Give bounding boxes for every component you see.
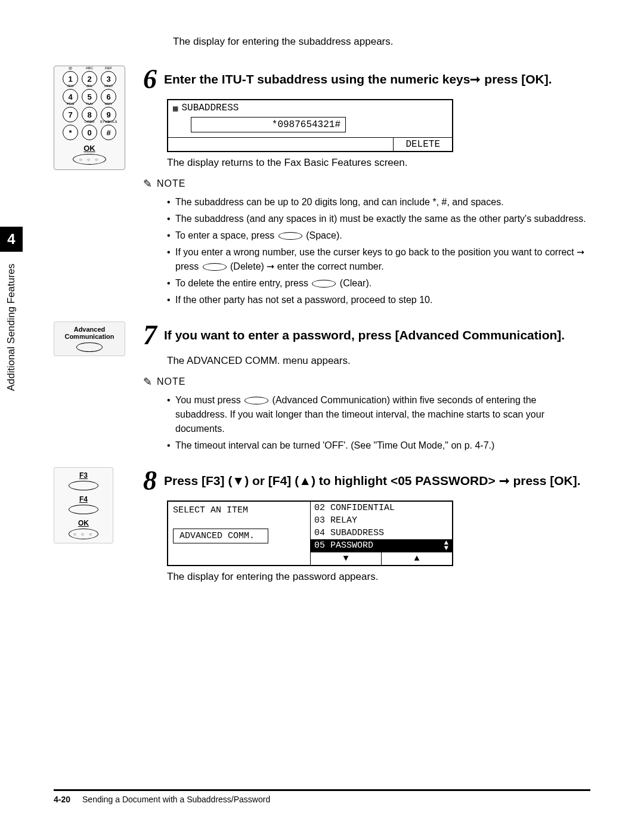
step-7: Advanced Communication 7 If you want to … bbox=[54, 322, 590, 455]
side-label: Additional Sending Features bbox=[5, 264, 17, 391]
note-icon: ✎ bbox=[143, 375, 152, 388]
note-item: If the other party has not set a passwor… bbox=[167, 293, 590, 307]
numeric-keypad-illustration: @1 ABC2 DEF3 GHI4 JKL5 MNO6 PRS7 TUV8 WX… bbox=[54, 66, 125, 170]
step-8: F3 F4 OK ○ ○ ○ 8 Press [F3] (▼) or [F4] … bbox=[54, 467, 590, 590]
menu-item: 02 CONFIDENTIAL bbox=[311, 502, 452, 514]
pill-button-icon bbox=[244, 397, 268, 404]
key-hash: SYMBOLS# bbox=[101, 125, 116, 140]
pill-button-icon bbox=[69, 481, 98, 490]
note-item: The subaddress (and any spaces in it) mu… bbox=[167, 212, 590, 226]
menu-item: 04 SUBADDRESS bbox=[311, 527, 452, 539]
intro-text: The display for entering the subaddress … bbox=[173, 36, 590, 48]
fkey-illustration: F3 F4 OK ○ ○ ○ bbox=[54, 467, 113, 543]
up-arrow-icon: ▲ bbox=[382, 552, 452, 565]
lcd-subaddress-value: *0987654321# bbox=[191, 117, 346, 132]
note-item: The timeout interval can be turned 'OFF'… bbox=[167, 438, 590, 453]
f4-label: F4 bbox=[58, 495, 109, 503]
step-8-after: The display for entering the password ap… bbox=[167, 571, 590, 583]
note-item: If you enter a wrong number, use the cur… bbox=[167, 245, 590, 274]
step-number-8: 8 bbox=[143, 467, 157, 495]
down-arrow-icon: ▼ bbox=[311, 552, 382, 565]
lcd-advanced-comm: SELECT AN ITEM ADVANCED COMM. 02 CONFIDE… bbox=[167, 500, 453, 566]
lcd-advanced-comm-label: ADVANCED COMM. bbox=[173, 529, 268, 543]
step-6-notes: The subaddress can be up to 20 digits lo… bbox=[167, 195, 590, 307]
ok-button-illustration: ○ ○ ○ bbox=[69, 529, 98, 539]
note-label: NOTE bbox=[157, 376, 185, 387]
pill-button-icon bbox=[69, 505, 98, 514]
key-7: PRS7 bbox=[63, 107, 78, 122]
lcd-subaddress: ▦ SUBADDRESS *0987654321# DELETE bbox=[167, 99, 453, 152]
note-item: The subaddress can be up to 20 digits lo… bbox=[167, 195, 590, 209]
key-star: * bbox=[63, 125, 78, 140]
note-item: To delete the entire entry, press (Clear… bbox=[167, 276, 590, 291]
advanced-comm-button-illustration: Advanced Communication bbox=[54, 322, 125, 356]
step-6-title: Enter the ITU-T subaddress using the num… bbox=[164, 66, 552, 88]
key-0: OPER0 bbox=[82, 125, 97, 140]
pill-button-icon bbox=[312, 280, 336, 288]
footer-title: Sending a Document with a Subaddress/Pas… bbox=[82, 795, 270, 804]
page-number: 4-20 bbox=[54, 795, 70, 804]
note-item: You must press (Advanced Communication) … bbox=[167, 393, 590, 436]
side-tab: 4 Additional Sending Features bbox=[0, 227, 23, 391]
subaddress-icon: ▦ bbox=[173, 103, 178, 113]
step-number-6: 6 bbox=[143, 66, 157, 93]
note-label: NOTE bbox=[157, 178, 185, 189]
ok-label: OK bbox=[58, 144, 121, 153]
page-footer: 4-20 Sending a Document with a Subaddres… bbox=[54, 789, 590, 804]
step-8-title: Press [F3] (▼) or [F4] (▲) to highlight … bbox=[164, 467, 581, 489]
menu-item: 03 RELAY bbox=[311, 514, 452, 527]
step-number-7: 7 bbox=[143, 322, 157, 349]
step-6: @1 ABC2 DEF3 GHI4 JKL5 MNO6 PRS7 TUV8 WX… bbox=[54, 66, 590, 310]
lcd-select-item-label: SELECT AN ITEM bbox=[173, 505, 305, 515]
menu-item-selected: 05 PASSWORD ▲▼ bbox=[311, 539, 452, 552]
ok-button-illustration: ○ ○ ○ bbox=[73, 154, 106, 165]
updown-icon: ▲▼ bbox=[444, 540, 448, 551]
f3-label: F3 bbox=[58, 471, 109, 480]
lcd-delete-softkey: DELETE bbox=[393, 138, 452, 151]
pill-button-icon bbox=[76, 342, 103, 352]
step-6-after: The display returns to the Fax Basic Fea… bbox=[167, 157, 590, 169]
step-7-title: If you want to enter a password, press [… bbox=[164, 322, 565, 344]
pill-button-icon bbox=[203, 263, 227, 271]
step-7-notes: You must press (Advanced Communication) … bbox=[167, 393, 590, 453]
chapter-number: 4 bbox=[0, 227, 23, 252]
lcd-subaddress-label: SUBADDRESS bbox=[181, 103, 239, 113]
ok-label: OK bbox=[58, 519, 109, 527]
note-icon: ✎ bbox=[143, 177, 152, 190]
step-7-after: The ADVANCED COMM. menu appears. bbox=[167, 355, 590, 367]
pill-button-icon bbox=[278, 232, 302, 240]
note-item: To enter a space, press (Space). bbox=[167, 228, 590, 243]
